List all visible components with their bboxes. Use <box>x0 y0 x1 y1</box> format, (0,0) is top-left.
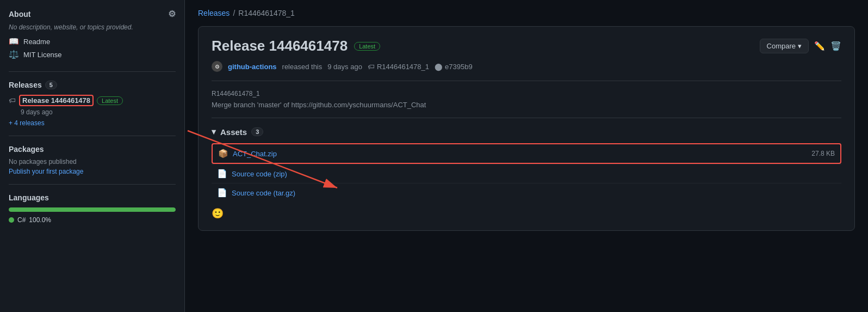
release-header: Release 1446461478 Latest Compare ▾ ✏️ 🗑… <box>212 38 841 54</box>
release-time: 9 days ago <box>21 108 176 116</box>
asset-left-targz: 📄 Source code (tar.gz) <box>217 188 295 198</box>
assets-header: ▾ Assets 3 <box>212 127 841 137</box>
asset-name-act-chat[interactable]: ACT_Chat.zip <box>233 150 277 158</box>
more-releases-link[interactable]: + 4 releases <box>9 119 176 127</box>
divider-1 <box>212 81 841 81</box>
asset-left-zip: 📄 Source code (zip) <box>217 169 287 179</box>
sidebar: About ⚙ No description, website, or topi… <box>0 0 185 312</box>
meta-actor[interactable]: github-actions <box>228 63 277 71</box>
readme-label: Readme <box>23 38 50 46</box>
source-zip-icon: 📄 <box>217 169 227 179</box>
breadcrumb-current: R1446461478_1 <box>238 9 295 17</box>
releases-heading: Releases 5 <box>9 81 176 89</box>
packages-heading: Packages <box>9 145 176 154</box>
release-meta: ⚙ github-actions released this 9 days ag… <box>212 61 841 72</box>
release-item-name[interactable]: Release 1446461478 <box>19 95 94 106</box>
languages-heading: Languages <box>9 193 176 202</box>
release-latest-badge: Latest <box>354 42 380 51</box>
main-content: Releases / R1446461478_1 Release 1446461… <box>185 0 868 312</box>
about-section: About ⚙ No description, website, or topi… <box>9 9 176 72</box>
packages-section: Packages No packages published Publish y… <box>9 145 176 185</box>
commit-tag-label: R1446461478_1 <box>212 90 841 97</box>
meta-action: released this <box>282 63 323 71</box>
edit-icon[interactable]: ✏️ <box>814 41 825 51</box>
chevron-right-icon: ▾ <box>212 127 216 137</box>
meta-tag-value: R1446461478_1 <box>377 63 429 71</box>
breadcrumb: Releases / R1446461478_1 <box>198 9 855 17</box>
meta-time: 9 days ago <box>327 63 362 71</box>
asset-row-source-zip: 📄 Source code (zip) <box>212 164 841 183</box>
license-label: MIT License <box>23 51 62 59</box>
asset-row-act-chat-zip: 📦 ACT_Chat.zip 27.8 KB <box>212 143 841 164</box>
release-list-item: 🏷 Release 1446461478 Latest <box>9 95 176 106</box>
trash-icon[interactable]: 🗑️ <box>830 41 841 51</box>
languages-section: Languages C# 100.0% <box>9 193 176 233</box>
zip-icon: 📦 <box>218 149 228 158</box>
no-packages-text: No packages published <box>9 158 176 166</box>
release-title: Release 1446461478 <box>212 38 348 54</box>
asset-size-act-chat: 27.8 KB <box>811 150 835 157</box>
releases-title: Releases <box>9 81 42 89</box>
about-heading: About ⚙ <box>9 9 176 19</box>
assets-heading: Assets <box>220 127 247 137</box>
tag-icon: 🏷 <box>9 96 16 105</box>
csharp-bar-fill <box>9 207 176 212</box>
about-description: No description, website, or topics provi… <box>9 23 176 31</box>
license-link[interactable]: ⚖️ MIT License <box>9 50 176 59</box>
breadcrumb-separator: / <box>233 9 235 17</box>
avatar: ⚙ <box>212 61 222 72</box>
release-title-group: Release 1446461478 Latest <box>212 38 380 54</box>
compare-button[interactable]: Compare ▾ <box>760 39 809 53</box>
meta-tag: 🏷 R1446461478_1 <box>368 63 429 71</box>
lang-percent: 100.0% <box>29 216 51 224</box>
readme-link[interactable]: 📖 Readme <box>9 36 176 46</box>
release-actions: Compare ▾ ✏️ 🗑️ <box>760 39 841 53</box>
emoji-reaction-button[interactable]: 🙂 <box>212 207 841 219</box>
asset-name-source-zip[interactable]: Source code (zip) <box>232 170 287 178</box>
asset-name-source-targz[interactable]: Source code (tar.gz) <box>232 189 295 197</box>
gear-icon[interactable]: ⚙ <box>168 9 176 19</box>
source-targz-icon: 📄 <box>217 188 227 198</box>
book-icon: 📖 <box>9 36 19 46</box>
meta-commit: ⬤ e7395b9 <box>435 63 473 71</box>
releases-breadcrumb-link[interactable]: Releases <box>198 9 230 17</box>
commit-icon: ⬤ <box>435 63 443 71</box>
language-item: C# 100.0% <box>9 216 176 224</box>
about-title: About <box>9 10 30 19</box>
assets-count-badge: 3 <box>251 127 263 136</box>
chevron-down-icon: ▾ <box>798 42 802 50</box>
lang-name: C# <box>17 216 26 224</box>
asset-row-source-targz: 📄 Source code (tar.gz) <box>212 183 841 202</box>
release-card: Release 1446461478 Latest Compare ▾ ✏️ 🗑… <box>198 26 855 231</box>
compare-label: Compare <box>767 42 796 50</box>
scale-icon: ⚖️ <box>9 50 19 59</box>
tag-icon-meta: 🏷 <box>368 63 375 71</box>
releases-count-badge: 5 <box>45 81 57 89</box>
releases-section: Releases 5 🏷 Release 1446461478 Latest 9… <box>9 81 176 136</box>
divider-2 <box>212 118 841 118</box>
publish-first-package-link[interactable]: Publish your first package <box>9 168 176 175</box>
latest-badge: Latest <box>97 96 123 105</box>
commit-message: Merge branch 'master' of https://github.… <box>212 101 841 109</box>
meta-commit-value: e7395b9 <box>445 63 473 71</box>
csharp-dot <box>9 217 14 223</box>
language-bar <box>9 207 176 212</box>
asset-left: 📦 ACT_Chat.zip <box>218 149 277 158</box>
